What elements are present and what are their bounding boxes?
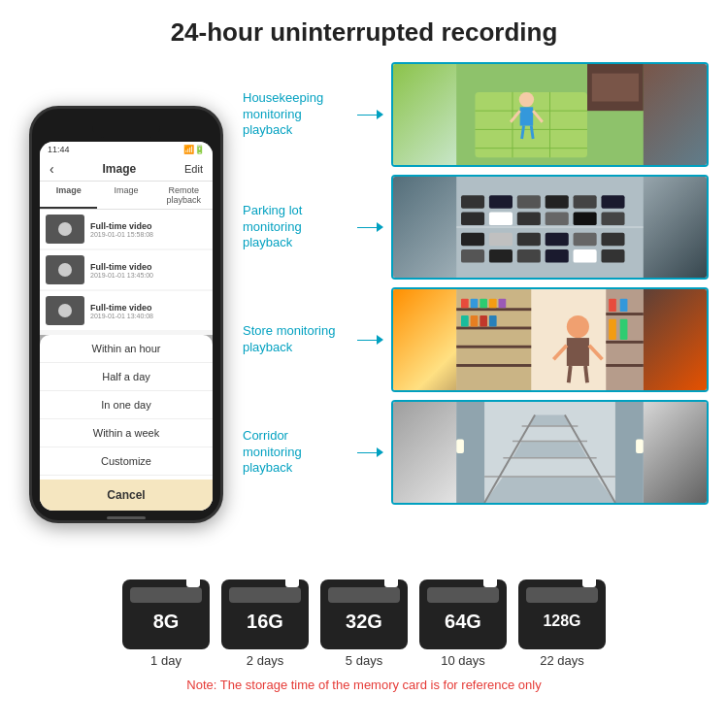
monitoring-label-housekeeping: Housekeeping monitoring playback (243, 90, 349, 140)
sdcard-row: 8G 1 day 16G 2 days 32G 5 days 64G 10 da… (122, 579, 606, 668)
monitoring-label-corridor: Corridor monitoring playback (243, 428, 349, 478)
sdcard-days-32g: 5 days (346, 653, 382, 668)
sdcard-section: 8G 1 day 16G 2 days 32G 5 days 64G 10 da… (0, 572, 728, 702)
sdcard-size-8g: 8G (153, 611, 180, 633)
connector-line (357, 452, 377, 453)
svg-rect-32 (546, 233, 569, 246)
monitoring-section: Housekeeping monitoring playback (243, 57, 709, 572)
svg-marker-74 (503, 458, 596, 477)
monitoring-item-store: Store monitoring playback (243, 287, 709, 392)
dropdown-item-one-day[interactable]: In one day (40, 391, 213, 419)
tab-remote-playback[interactable]: Remote playback (155, 182, 213, 209)
monitoring-image-corridor (391, 400, 709, 505)
svg-marker-73 (484, 477, 615, 503)
svg-rect-53 (471, 315, 479, 327)
page-title: 24-hour uninterrupted recording (19, 17, 709, 48)
video-thumbnail (46, 255, 84, 284)
sdcard-size-64g: 64G (445, 611, 481, 633)
dropdown-item-within-hour[interactable]: Within an hour (40, 335, 213, 363)
svg-rect-64 (606, 341, 644, 344)
video-date: 2019-01-01 15:58:08 (90, 231, 207, 238)
parking-image-placeholder (393, 177, 707, 278)
svg-rect-17 (461, 195, 484, 208)
phone-screen: 11:44 📶🔋 ‹ Image Edit Image Image Remote… (40, 142, 213, 511)
connector-store (357, 335, 383, 345)
svg-rect-36 (489, 249, 513, 262)
svg-rect-20 (546, 195, 569, 208)
dropdown-item-half-day[interactable]: Half a day (40, 363, 213, 391)
sdcard-notch (285, 579, 299, 587)
connector-line (357, 340, 377, 341)
svg-rect-69 (620, 319, 628, 340)
svg-point-56 (567, 315, 589, 338)
tab-image[interactable]: Image (40, 182, 97, 209)
svg-rect-30 (489, 233, 513, 246)
monitoring-label-parking: Parking lot monitoring playback (243, 203, 349, 252)
phone-nav-bar: ‹ Image Edit (40, 157, 213, 182)
dropdown-menu: Within an hour Half a day In one day Wit… (40, 335, 213, 511)
svg-rect-52 (461, 315, 469, 327)
sdcard-item-8g: 8G 1 day (122, 579, 210, 668)
monitoring-item-corridor: Corridor monitoring playback (243, 400, 709, 505)
monitoring-image-parking (391, 175, 709, 280)
sdcard-item-64g: 64G 10 days (419, 579, 507, 668)
sdcard-notch (582, 579, 596, 587)
svg-rect-26 (546, 213, 569, 225)
monitoring-item-housekeeping: Housekeeping monitoring playback (243, 62, 709, 167)
sdcard-item-128g: 128G 22 days (518, 579, 606, 668)
tab-image2[interactable]: Image (97, 182, 154, 209)
sdcard-item-32g: 32G 5 days (320, 579, 408, 668)
connector-arrow-icon (377, 222, 383, 232)
phone-notch (92, 120, 160, 138)
main-content: 11:44 📶🔋 ‹ Image Edit Image Image Remote… (0, 57, 728, 572)
play-icon (58, 304, 72, 317)
phone-tabs: Image Image Remote playback (40, 182, 213, 210)
video-title: Full-time video (90, 221, 207, 231)
svg-rect-29 (461, 233, 484, 246)
connector-parking (357, 222, 383, 232)
monitoring-image-housekeeping (391, 62, 709, 167)
phone-section: 11:44 📶🔋 ‹ Image Edit Image Image Remote… (19, 57, 233, 572)
dropdown-item-customize[interactable]: Customize (40, 447, 213, 476)
sdcard-days-8g: 1 day (150, 653, 182, 668)
svg-rect-84 (456, 440, 464, 453)
svg-rect-66 (609, 299, 616, 312)
sdcard-size-32g: 32G (346, 611, 382, 633)
monitoring-image-store (391, 287, 709, 392)
dropdown-cancel-button[interactable]: Cancel (40, 480, 213, 511)
video-title: Full-time video (90, 303, 207, 313)
dropdown-item-week[interactable]: Within a week (40, 419, 213, 447)
video-date: 2019-01-01 13:45:00 (90, 272, 207, 279)
sdcard-note: Note: The storage time of the memory car… (186, 678, 541, 692)
sdcard-card-128g: 128G (518, 579, 606, 649)
svg-rect-27 (574, 213, 597, 225)
connector-corridor (357, 447, 383, 457)
dropdown-overlay: Within an hour Half a day In one day Wit… (40, 335, 213, 511)
svg-rect-38 (546, 249, 569, 262)
sdcard-card-64g: 64G (419, 579, 507, 649)
svg-rect-54 (480, 315, 487, 327)
svg-rect-43 (456, 308, 531, 311)
svg-marker-77 (529, 414, 570, 426)
list-item: Full-time video 2019-01-01 15:58:08 (40, 210, 213, 248)
video-info: Full-time video 2019-01-01 13:45:00 (90, 262, 207, 279)
sdcard-card-16g: 16G (221, 579, 309, 649)
svg-rect-19 (517, 195, 541, 208)
back-arrow-icon[interactable]: ‹ (50, 161, 54, 177)
svg-rect-21 (574, 195, 597, 208)
connector-arrow-icon (377, 447, 383, 457)
sdcard-size-128g: 128G (543, 612, 580, 630)
svg-rect-50 (489, 299, 497, 309)
svg-rect-24 (489, 213, 513, 225)
monitoring-label-store: Store monitoring playback (243, 323, 349, 356)
svg-rect-39 (574, 249, 597, 262)
svg-rect-22 (601, 195, 624, 208)
video-thumbnail (46, 296, 84, 325)
svg-rect-85 (636, 440, 644, 453)
svg-line-13 (522, 126, 524, 139)
svg-rect-45 (456, 346, 531, 348)
phone-time: 11:44 (48, 145, 70, 154)
phone-edit-button[interactable]: Edit (184, 163, 203, 175)
sdcard-item-16g: 16G 2 days (221, 579, 309, 668)
svg-marker-75 (513, 441, 587, 457)
